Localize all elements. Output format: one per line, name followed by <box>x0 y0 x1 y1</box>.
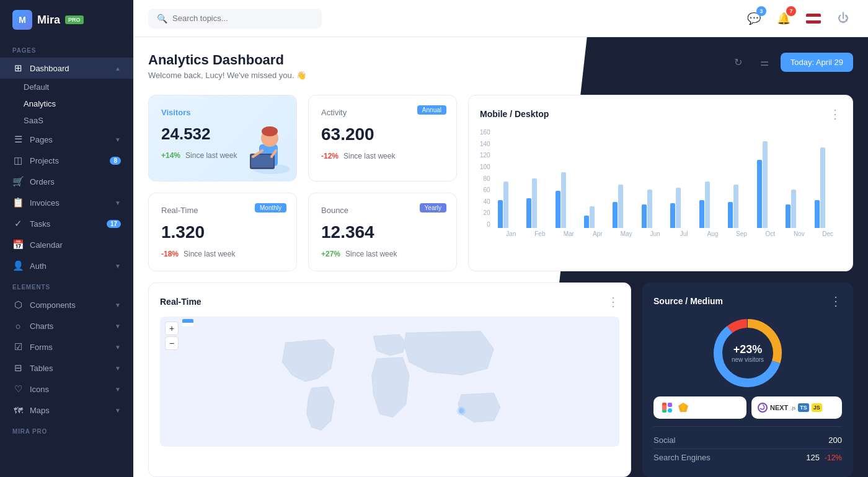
sidebar-item-orders[interactable]: 🛒 Orders <box>0 171 133 192</box>
donut-label: new visitors <box>732 356 764 363</box>
sidebar-item-label: Orders <box>30 177 121 186</box>
flag-icon <box>806 14 821 24</box>
search-input[interactable] <box>172 14 313 23</box>
sidebar-item-label: Invoices <box>30 198 108 208</box>
projects-icon: ◫ <box>12 155 24 166</box>
today-button[interactable]: Today: April 29 <box>781 53 853 72</box>
source-title: Source / Medium <box>653 296 723 306</box>
zoom-out-button[interactable]: − <box>165 336 179 350</box>
dashboard-icon: ⊞ <box>12 63 24 74</box>
label-jul: Jul <box>670 230 697 237</box>
chevron-down-icon: ▼ <box>115 344 121 351</box>
tech-logos-row: NEXT .js TS JS <box>653 396 842 419</box>
activity-label: Activity <box>321 108 347 117</box>
activity-since: Since last week <box>343 152 395 160</box>
charts-icon: ○ <box>12 320 24 331</box>
sidebar-item-auth[interactable]: 👤 Auth ▼ <box>0 255 133 276</box>
orders-icon: 🛒 <box>12 176 24 187</box>
page-content: Analytics Dashboard Welcome back, Lucy! … <box>133 37 868 477</box>
map-flag <box>182 319 193 326</box>
realtime-since: Since last week <box>184 250 235 258</box>
bar-dark <box>670 203 675 228</box>
chevron-down-icon: ▼ <box>115 136 121 143</box>
map-controls: + − <box>165 322 179 350</box>
sidebar-sub-item-analytics[interactable]: Analytics <box>0 95 133 112</box>
tasks-badge: 17 <box>107 220 121 228</box>
javascript-badge: JS <box>812 403 822 412</box>
sidebar-item-maps[interactable]: 🗺 Maps ▼ <box>0 400 133 421</box>
bar-light <box>590 206 595 228</box>
refresh-button[interactable]: ↻ <box>728 52 748 72</box>
bar-chart-area: Jan Feb Mar Apr May Jun Jul Aug Sep Oct <box>498 129 841 237</box>
pro-badge: PRO <box>65 15 84 24</box>
main-content: 🔍 💬 3 🔔 7 ⏻ <box>133 0 868 477</box>
bar-light <box>676 188 681 228</box>
chevron-down-icon: ▼ <box>115 263 121 269</box>
source-row-social: Social 200 <box>653 432 842 449</box>
projects-badge: 8 <box>110 157 121 165</box>
sidebar-item-pages[interactable]: ☰ Pages ▼ <box>0 129 133 150</box>
sidebar-item-label: Components <box>30 300 108 310</box>
sidebar-item-label: Auth <box>30 261 108 271</box>
search-box[interactable]: 🔍 <box>148 9 322 28</box>
filter-button[interactable]: ⚌ <box>755 52 774 72</box>
bar-dark <box>728 202 733 228</box>
nextjs-label: NEXT <box>770 404 788 411</box>
bar-dark <box>556 191 560 228</box>
bar-group-jun <box>642 190 668 228</box>
activity-value: 63.200 <box>321 125 444 144</box>
donut-chart: +23% new visitors <box>711 316 785 390</box>
sidebar: M Mira PRO PAGES ⊞ Dashboard ▲ Default A… <box>0 0 133 477</box>
notifications-button[interactable]: 🔔 7 <box>774 9 794 28</box>
source-more-button[interactable]: ⋮ <box>830 294 842 309</box>
bar-group-may <box>613 185 639 228</box>
sidebar-item-tasks[interactable]: ✓ Tasks 17 <box>0 213 133 234</box>
page-header-actions: ↻ ⚌ Today: April 29 <box>728 52 853 72</box>
source-search-values: 125 -12% <box>806 453 842 462</box>
sidebar-item-calendar[interactable]: 📅 Calendar <box>0 234 133 255</box>
sidebar-item-components[interactable]: ⬡ Components ▼ <box>0 294 133 315</box>
sidebar-item-forms[interactable]: ☑ Forms ▼ <box>0 336 133 357</box>
x-axis-labels: Jan Feb Mar Apr May Jun Jul Aug Sep Oct <box>498 230 841 237</box>
auth-icon: 👤 <box>12 260 24 271</box>
power-button[interactable]: ⏻ <box>833 9 853 28</box>
sidebar-item-invoices[interactable]: 📋 Invoices ▼ <box>0 192 133 213</box>
bar-light <box>561 172 566 228</box>
bar-group-feb <box>526 178 553 228</box>
components-icon: ⬡ <box>12 299 24 310</box>
bar-group-dec <box>815 147 841 228</box>
sidebar-item-dashboard[interactable]: ⊞ Dashboard ▲ <box>0 58 133 79</box>
sidebar-item-label: Pages <box>30 135 108 144</box>
sidebar-item-charts[interactable]: ○ Charts ▼ <box>0 315 133 336</box>
tables-icon: ⊟ <box>12 362 24 374</box>
language-button[interactable] <box>804 9 823 28</box>
sidebar-item-tables[interactable]: ⊟ Tables ▼ <box>0 357 133 379</box>
sidebar-sub-item-saas[interactable]: SaaS <box>0 112 133 129</box>
messages-badge: 3 <box>756 6 766 16</box>
label-jun: Jun <box>642 230 668 237</box>
map-more-button[interactable]: ⋮ <box>607 294 619 309</box>
realtime-footer: -18% Since last week <box>161 250 284 258</box>
sidebar-item-projects[interactable]: ◫ Projects 8 <box>0 150 133 171</box>
more-options-button[interactable]: ⋮ <box>829 107 841 121</box>
messages-button[interactable]: 💬 3 <box>744 9 764 28</box>
bar-dark <box>613 202 618 228</box>
label-oct: Oct <box>757 230 784 237</box>
sidebar-item-label: Projects <box>30 156 104 165</box>
activity-footer: -12% Since last week <box>321 152 444 160</box>
bar-groups <box>498 129 841 228</box>
figma-sketch-box <box>653 396 746 419</box>
page-subtitle: Welcome back, Lucy! We've missed you. 👋 <box>148 71 306 80</box>
realtime-card: Real-Time Monthly 1.320 -18% Since last … <box>148 193 297 271</box>
sidebar-item-icons[interactable]: ♡ Icons ▼ <box>0 379 133 400</box>
sidebar-item-label: Maps <box>30 406 108 415</box>
sidebar-sub-item-default[interactable]: Default <box>0 79 133 95</box>
invoices-icon: 📋 <box>12 197 24 208</box>
refresh-icon: ↻ <box>734 56 742 68</box>
donut-center: +23% new visitors <box>732 343 764 363</box>
label-jan: Jan <box>498 230 525 237</box>
maps-icon: 🗺 <box>12 405 24 416</box>
sidebar-item-label: Dashboard <box>30 64 108 73</box>
zoom-in-button[interactable]: + <box>165 322 179 335</box>
label-sep: Sep <box>728 230 755 237</box>
